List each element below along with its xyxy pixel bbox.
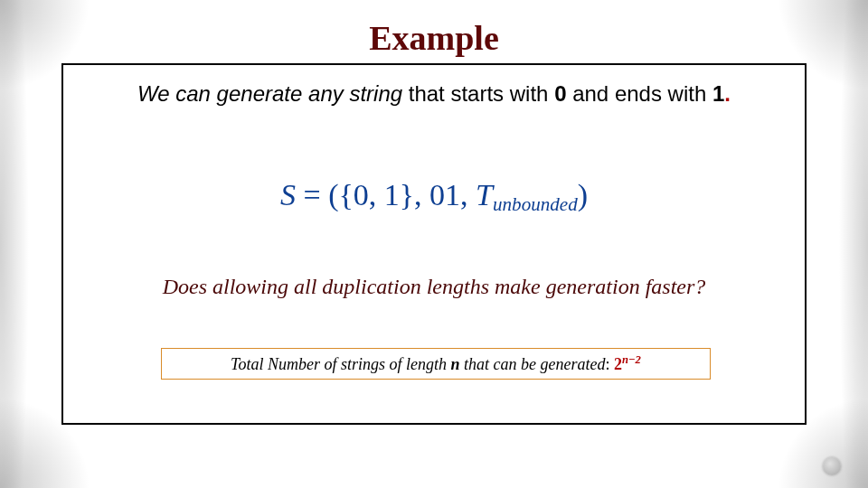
intro-part3: and ends with bbox=[567, 81, 712, 106]
total-box: Total Number of strings of length n that… bbox=[161, 348, 711, 380]
formula-set: {0, 1} bbox=[338, 178, 414, 211]
vignette-left bbox=[0, 0, 36, 488]
system-formula: S = ({0, 1}, 01, Tunbounded) bbox=[63, 178, 805, 216]
total-exp: n−2 bbox=[622, 353, 641, 366]
formula-equals: = bbox=[296, 178, 328, 211]
vignette-right bbox=[832, 0, 868, 488]
formula-T-sub: unbounded bbox=[493, 193, 578, 215]
intro-zero: 0 bbox=[554, 81, 566, 106]
formula-S: S bbox=[280, 178, 296, 211]
formula-comma2: , bbox=[460, 178, 476, 211]
intro-part1: We can generate any string bbox=[137, 81, 402, 106]
formula-seed: 01 bbox=[429, 178, 460, 211]
formula-T: T bbox=[476, 178, 493, 211]
formula-close: ) bbox=[578, 178, 588, 211]
slide-title: Example bbox=[0, 18, 868, 58]
formula-open: ( bbox=[328, 178, 338, 211]
total-n: n bbox=[450, 355, 459, 373]
question-line: Does allowing all duplication lengths ma… bbox=[63, 275, 805, 299]
intro-part2: that starts with bbox=[402, 81, 554, 106]
total-tail: that can be generated bbox=[459, 355, 605, 373]
formula-comma1: , bbox=[414, 178, 429, 211]
intro-one: 1 bbox=[712, 81, 724, 106]
total-colon: : bbox=[605, 355, 614, 373]
total-result: 2n−2 bbox=[614, 355, 641, 373]
total-lead: Total Number of strings of length bbox=[231, 355, 450, 373]
page-number-bubble bbox=[823, 457, 841, 475]
intro-sentence: We can generate any string that starts w… bbox=[63, 81, 805, 107]
intro-period: . bbox=[724, 81, 731, 106]
total-base: 2 bbox=[614, 355, 622, 373]
content-frame: We can generate any string that starts w… bbox=[61, 63, 807, 425]
